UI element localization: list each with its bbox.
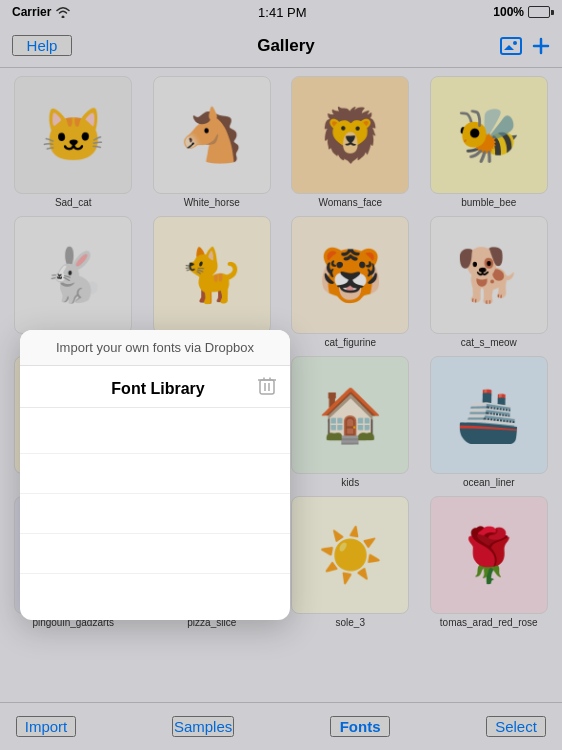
- font-import-hint: Import your own fonts via Dropbox: [20, 330, 290, 366]
- font-library-header: Font Library: [20, 366, 290, 408]
- font-list-item[interactable]: [20, 414, 290, 454]
- font-list-item[interactable]: [20, 494, 290, 534]
- font-list-item[interactable]: [20, 574, 290, 614]
- svg-rect-2: [260, 380, 274, 394]
- font-library-panel: Import your own fonts via Dropbox Font L…: [20, 330, 290, 620]
- font-list-item[interactable]: [20, 534, 290, 574]
- trash-icon: [258, 376, 276, 396]
- font-library-title: Font Library: [58, 380, 258, 398]
- delete-font-button[interactable]: [258, 376, 276, 401]
- font-list: [20, 408, 290, 620]
- font-list-item[interactable]: [20, 454, 290, 494]
